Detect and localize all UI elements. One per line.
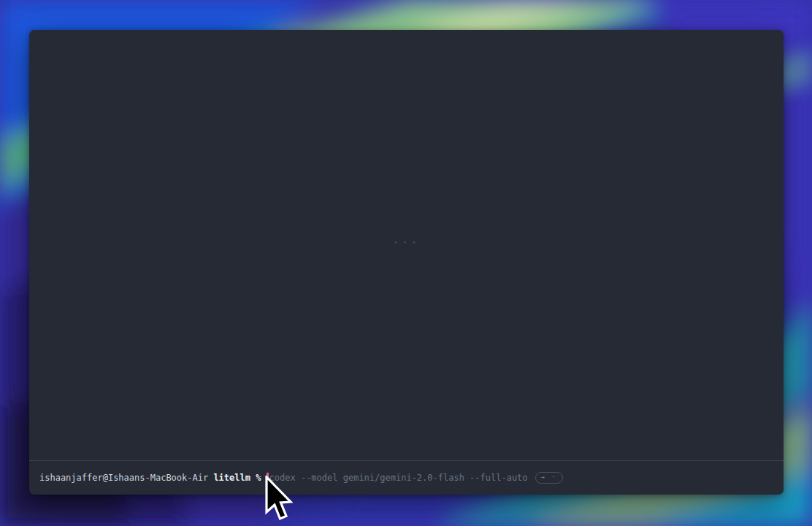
prompt-user-host: ishaanjaffer@Ishaans-MacBook-Air [39, 471, 208, 484]
prompt-directory: litellm [213, 471, 250, 484]
prompt-symbol: % [256, 471, 261, 484]
loading-indicator: ··· [393, 237, 420, 248]
terminal-input-bar[interactable]: ishaanjaffer@Ishaans-MacBook-Air litellm… [29, 461, 784, 495]
terminal-window[interactable]: ··· ishaanjaffer@Ishaans-MacBook-Air lit… [29, 30, 784, 495]
autosuggestion-text: codex --model gemini/gemini-2.0-flash --… [269, 471, 528, 484]
text-cursor [267, 473, 269, 483]
accept-suggestion-key-hint: → · [535, 472, 563, 484]
desktop: ··· ishaanjaffer@Ishaans-MacBook-Air lit… [0, 0, 812, 526]
terminal-output-area: ··· [29, 30, 784, 460]
